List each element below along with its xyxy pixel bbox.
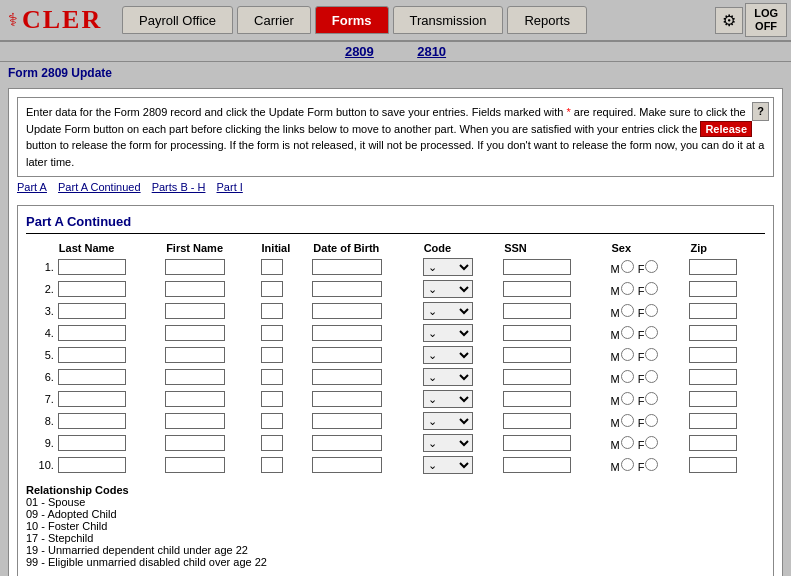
first-name-input-4[interactable] [165, 325, 225, 341]
ssn-input-1[interactable] [503, 259, 571, 275]
first-name-input-2[interactable] [165, 281, 225, 297]
dob-input-2[interactable] [312, 281, 382, 297]
ssn-input-8[interactable] [503, 413, 571, 429]
last-name-input-8[interactable] [58, 413, 126, 429]
code-select-10[interactable]: ⌄ 01 09 10 17 19 99 [423, 456, 473, 474]
dob-input-3[interactable] [312, 303, 382, 319]
initial-input-10[interactable] [261, 457, 283, 473]
dob-input-6[interactable] [312, 369, 382, 385]
code-select-8[interactable]: ⌄ 01 09 10 17 19 99 [423, 412, 473, 430]
tab-forms[interactable]: Forms [315, 6, 389, 34]
first-name-input-3[interactable] [165, 303, 225, 319]
settings-button[interactable]: ⚙ [715, 7, 743, 34]
code-select-3[interactable]: ⌄ 01 09 10 17 19 99 [423, 302, 473, 320]
code-select-1[interactable]: ⌄ 01 09 10 17 19 99 [423, 258, 473, 276]
ssn-input-10[interactable] [503, 457, 571, 473]
last-name-input-5[interactable] [58, 347, 126, 363]
code-select-6[interactable]: ⌄ 01 09 10 17 19 99 [423, 368, 473, 386]
sex-m-radio-1[interactable] [621, 260, 634, 273]
sex-f-radio-5[interactable] [645, 348, 658, 361]
initial-input-3[interactable] [261, 303, 283, 319]
sex-m-radio-7[interactable] [621, 392, 634, 405]
nav-link-parts-b-h[interactable]: Parts B - H [152, 181, 206, 193]
zip-input-2[interactable] [689, 281, 737, 297]
sex-m-radio-3[interactable] [621, 304, 634, 317]
sex-f-radio-10[interactable] [645, 458, 658, 471]
code-select-5[interactable]: ⌄ 01 09 10 17 19 99 [423, 346, 473, 364]
sex-m-radio-4[interactable] [621, 326, 634, 339]
logoff-button[interactable]: LOGOFF [745, 3, 787, 37]
first-name-input-1[interactable] [165, 259, 225, 275]
dob-input-8[interactable] [312, 413, 382, 429]
zip-input-4[interactable] [689, 325, 737, 341]
zip-input-10[interactable] [689, 457, 737, 473]
tab-reports[interactable]: Reports [507, 6, 587, 34]
tab-payroll-office[interactable]: Payroll Office [122, 6, 233, 34]
sex-f-radio-8[interactable] [645, 414, 658, 427]
first-name-input-6[interactable] [165, 369, 225, 385]
initial-input-8[interactable] [261, 413, 283, 429]
zip-input-3[interactable] [689, 303, 737, 319]
first-name-input-8[interactable] [165, 413, 225, 429]
code-select-4[interactable]: ⌄ 01 09 10 17 19 99 [423, 324, 473, 342]
ssn-input-2[interactable] [503, 281, 571, 297]
zip-input-1[interactable] [689, 259, 737, 275]
initial-input-2[interactable] [261, 281, 283, 297]
ssn-input-6[interactable] [503, 369, 571, 385]
first-name-input-9[interactable] [165, 435, 225, 451]
sex-m-radio-2[interactable] [621, 282, 634, 295]
dob-input-5[interactable] [312, 347, 382, 363]
nav-link-part-a-continued[interactable]: Part A Continued [58, 181, 141, 193]
ssn-input-9[interactable] [503, 435, 571, 451]
last-name-input-7[interactable] [58, 391, 126, 407]
dob-input-1[interactable] [312, 259, 382, 275]
code-select-7[interactable]: ⌄ 01 09 10 17 19 99 [423, 390, 473, 408]
sex-f-radio-6[interactable] [645, 370, 658, 383]
sex-f-radio-4[interactable] [645, 326, 658, 339]
ssn-input-5[interactable] [503, 347, 571, 363]
ssn-input-3[interactable] [503, 303, 571, 319]
sex-m-radio-10[interactable] [621, 458, 634, 471]
initial-input-7[interactable] [261, 391, 283, 407]
zip-input-9[interactable] [689, 435, 737, 451]
dob-input-4[interactable] [312, 325, 382, 341]
first-name-input-7[interactable] [165, 391, 225, 407]
tab-transmission[interactable]: Transmission [393, 6, 504, 34]
sex-f-radio-9[interactable] [645, 436, 658, 449]
last-name-input-1[interactable] [58, 259, 126, 275]
sex-m-radio-8[interactable] [621, 414, 634, 427]
initial-input-4[interactable] [261, 325, 283, 341]
release-button[interactable]: Release [700, 121, 752, 137]
initial-input-9[interactable] [261, 435, 283, 451]
sub-nav-2810[interactable]: 2810 [417, 44, 446, 59]
tab-carrier[interactable]: Carrier [237, 6, 311, 34]
initial-input-5[interactable] [261, 347, 283, 363]
sex-f-radio-3[interactable] [645, 304, 658, 317]
dob-input-10[interactable] [312, 457, 382, 473]
zip-input-8[interactable] [689, 413, 737, 429]
last-name-input-4[interactable] [58, 325, 126, 341]
sex-f-radio-2[interactable] [645, 282, 658, 295]
sex-f-radio-1[interactable] [645, 260, 658, 273]
sex-m-radio-5[interactable] [621, 348, 634, 361]
initial-input-6[interactable] [261, 369, 283, 385]
sub-nav-2809[interactable]: 2809 [345, 44, 374, 59]
ssn-input-7[interactable] [503, 391, 571, 407]
zip-input-7[interactable] [689, 391, 737, 407]
code-select-9[interactable]: ⌄ 01 09 10 17 19 99 [423, 434, 473, 452]
nav-link-part-i[interactable]: Part I [217, 181, 243, 193]
initial-input-1[interactable] [261, 259, 283, 275]
last-name-input-6[interactable] [58, 369, 126, 385]
code-select-2[interactable]: ⌄ 01 09 10 17 19 99 [423, 280, 473, 298]
last-name-input-2[interactable] [58, 281, 126, 297]
zip-input-5[interactable] [689, 347, 737, 363]
ssn-input-4[interactable] [503, 325, 571, 341]
help-icon[interactable]: ? [752, 102, 769, 121]
zip-input-6[interactable] [689, 369, 737, 385]
sex-f-radio-7[interactable] [645, 392, 658, 405]
last-name-input-10[interactable] [58, 457, 126, 473]
dob-input-7[interactable] [312, 391, 382, 407]
last-name-input-9[interactable] [58, 435, 126, 451]
sex-m-radio-6[interactable] [621, 370, 634, 383]
sex-m-radio-9[interactable] [621, 436, 634, 449]
